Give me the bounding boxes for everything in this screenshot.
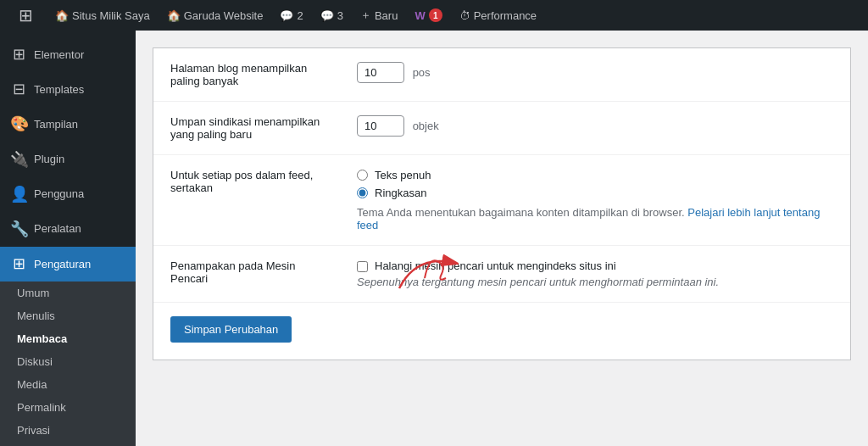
row-search-engine: Penampakan pada Mesin Pencari bbox=[153, 246, 850, 303]
radio-summary-label: Ringkasan bbox=[375, 187, 426, 199]
submenu-akismet[interactable]: Akismet Anti-Spam bbox=[0, 442, 136, 446]
layout: ⊞ Elementor ⊟ Templates 🎨 Tampilan 🔌 Plu… bbox=[0, 31, 868, 446]
submenu-privasi[interactable]: Privasi bbox=[0, 419, 136, 442]
radio-summary-input[interactable] bbox=[357, 187, 368, 198]
sidebar-label-plugin: Plugin bbox=[34, 152, 64, 167]
new-label: Baru bbox=[375, 9, 398, 22]
sidebar-item-peralatan[interactable]: 🔧 Peralatan bbox=[0, 212, 136, 247]
row1-unit: pos bbox=[413, 66, 431, 79]
sidebar-item-pengaturan[interactable]: ⊞ Pengaturan bbox=[0, 247, 136, 282]
row1-label: Halaman blog menampilkan paling banyak bbox=[153, 48, 340, 102]
row-blog-posts: Halaman blog menampilkan paling banyak p… bbox=[153, 48, 850, 102]
submenu-label-umum: Umum bbox=[17, 287, 49, 299]
comments1-count: 2 bbox=[297, 9, 303, 22]
sidebar-item-templates[interactable]: ⊟ Templates bbox=[0, 72, 136, 107]
submenu-media[interactable]: Media bbox=[0, 373, 136, 396]
radio-full-text-input[interactable] bbox=[357, 170, 368, 181]
radio-summary[interactable]: Ringkasan bbox=[357, 187, 833, 199]
row3-field: Teks penuh Ringkasan Tema Anda menentuka… bbox=[340, 155, 850, 246]
admin-bar-site[interactable]: 🏠 Situs Milik Saya bbox=[48, 0, 157, 31]
sidebar-label-elementor: Elementor bbox=[34, 47, 84, 63]
admin-bar-woo[interactable]: W 1 bbox=[408, 0, 448, 31]
submenu-label-media: Media bbox=[17, 378, 47, 391]
sidebar-item-tampilan[interactable]: 🎨 Tampilan bbox=[0, 107, 136, 142]
submenu-umum[interactable]: Umum bbox=[0, 282, 136, 304]
submenu-diskusi[interactable]: Diskusi bbox=[0, 350, 136, 373]
sidebar-label-pengguna: Pengguna bbox=[34, 187, 84, 202]
row2-label: Umpan sindikasi menampilkan yang paling … bbox=[153, 102, 340, 155]
admin-bar-performance[interactable]: ⏱ Performance bbox=[453, 0, 543, 31]
search-engine-checkbox-text: Halangi mesin pencari untuk mengindeks s… bbox=[375, 259, 616, 272]
tampilan-icon: 🎨 bbox=[10, 114, 27, 135]
row4-field: Halangi mesin pencari untuk mengindeks s… bbox=[340, 246, 850, 303]
comments2-count: 3 bbox=[337, 9, 343, 22]
submenu-membaca[interactable]: Membaca bbox=[0, 327, 136, 350]
search-engine-note: Sepenuhnya tergantung mesin pencari untu… bbox=[357, 276, 833, 288]
save-button[interactable]: Simpan Perubahan bbox=[170, 316, 292, 343]
admin-bar: ⊞ 🏠 Situs Milik Saya 🏠 Garuda Website 💬 … bbox=[0, 0, 868, 31]
feed-description: Tema Anda menentukan bagaimana konten di… bbox=[357, 206, 833, 231]
new-icon: ＋ bbox=[360, 8, 371, 23]
submenu-label-menulis: Menulis bbox=[17, 309, 55, 322]
woo-icon: W bbox=[415, 9, 425, 22]
sidebar-label-templates: Templates bbox=[34, 82, 84, 98]
row4-label: Penampakan pada Mesin Pencari bbox=[153, 246, 340, 303]
performance-label: Performance bbox=[474, 9, 537, 22]
row-feed-posts: Umpan sindikasi menampilkan yang paling … bbox=[153, 102, 850, 155]
feed-type-radio-group: Teks penuh Ringkasan bbox=[357, 169, 833, 199]
pengguna-icon: 👤 bbox=[10, 184, 27, 205]
sidebar-item-plugin[interactable]: 🔌 Plugin bbox=[0, 142, 136, 177]
main-content: Halaman blog menampilkan paling banyak p… bbox=[136, 31, 868, 446]
submenu-permalink[interactable]: Permalink bbox=[0, 396, 136, 419]
admin-bar-garuda[interactable]: 🏠 Garuda Website bbox=[160, 0, 270, 31]
row1-field: pos bbox=[340, 48, 850, 102]
site-label: Situs Milik Saya bbox=[72, 9, 150, 22]
comments2-icon: 💬 bbox=[320, 9, 334, 22]
admin-bar-logo[interactable]: ⊞ bbox=[7, 0, 45, 31]
submenu-label-diskusi: Diskusi bbox=[17, 355, 53, 368]
row2-field: objek bbox=[340, 102, 850, 155]
site-icon: 🏠 bbox=[55, 9, 69, 22]
row3-label: Untuk setiap pos dalam feed, sertakan bbox=[153, 155, 340, 246]
peralatan-icon: 🔧 bbox=[10, 219, 27, 240]
submenu-label-privasi: Privasi bbox=[17, 424, 50, 437]
search-engine-checkbox-label[interactable]: Halangi mesin pencari untuk mengindeks s… bbox=[357, 259, 833, 272]
radio-full-text-label: Teks penuh bbox=[375, 169, 431, 181]
row2-unit: objek bbox=[413, 120, 439, 132]
row-feed-type: Untuk setiap pos dalam feed, sertakan Te… bbox=[153, 155, 850, 246]
sidebar-label-pengaturan: Pengaturan bbox=[34, 257, 91, 272]
plugin-icon: 🔌 bbox=[10, 149, 27, 170]
templates-icon: ⊟ bbox=[10, 79, 27, 100]
sidebar-label-tampilan: Tampilan bbox=[34, 117, 78, 132]
admin-bar-comments2[interactable]: 💬 3 bbox=[314, 0, 350, 31]
garuda-label: Garuda Website bbox=[184, 9, 264, 22]
submenu-label-membaca: Membaca bbox=[17, 332, 67, 345]
performance-icon: ⏱ bbox=[459, 9, 470, 22]
pengaturan-icon: ⊞ bbox=[10, 254, 27, 275]
submenu-pengaturan: Umum Menulis Membaca Diskusi Media Perma… bbox=[0, 282, 136, 446]
woo-badge: 1 bbox=[429, 8, 442, 22]
comments1-icon: 💬 bbox=[280, 9, 293, 22]
wp-logo-icon: ⊞ bbox=[14, 5, 38, 25]
radio-full-text[interactable]: Teks penuh bbox=[357, 169, 833, 181]
sidebar-item-elementor[interactable]: ⊞ Elementor bbox=[0, 37, 136, 72]
sidebar-label-peralatan: Peralatan bbox=[34, 221, 81, 237]
sidebar-item-pengguna[interactable]: 👤 Pengguna bbox=[0, 177, 136, 212]
sidebar: ⊞ Elementor ⊟ Templates 🎨 Tampilan 🔌 Plu… bbox=[0, 31, 136, 446]
submenu-label-permalink: Permalink bbox=[17, 401, 66, 414]
blog-posts-input[interactable] bbox=[357, 62, 404, 83]
form-table: Halaman blog menampilkan paling banyak p… bbox=[153, 48, 850, 303]
submenu-menulis[interactable]: Menulis bbox=[0, 304, 136, 327]
search-engine-checkbox[interactable] bbox=[357, 261, 368, 272]
admin-bar-comments1[interactable]: 💬 2 bbox=[273, 0, 309, 31]
elementor-icon: ⊞ bbox=[10, 44, 27, 65]
garuda-icon: 🏠 bbox=[167, 9, 181, 22]
admin-bar-new[interactable]: ＋ Baru bbox=[353, 0, 404, 31]
settings-form: Halaman blog menampilkan paling banyak p… bbox=[153, 47, 851, 360]
feed-posts-input[interactable] bbox=[357, 115, 404, 137]
